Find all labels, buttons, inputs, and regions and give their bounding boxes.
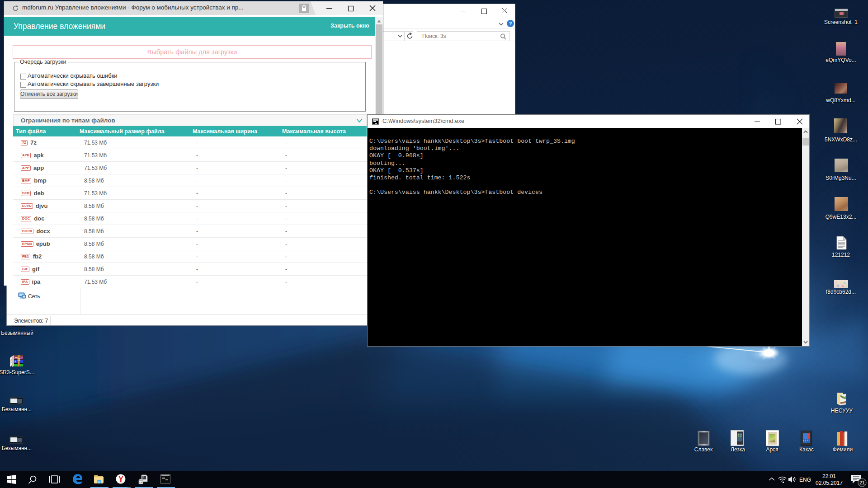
svg-text:21: 21 — [859, 480, 865, 485]
